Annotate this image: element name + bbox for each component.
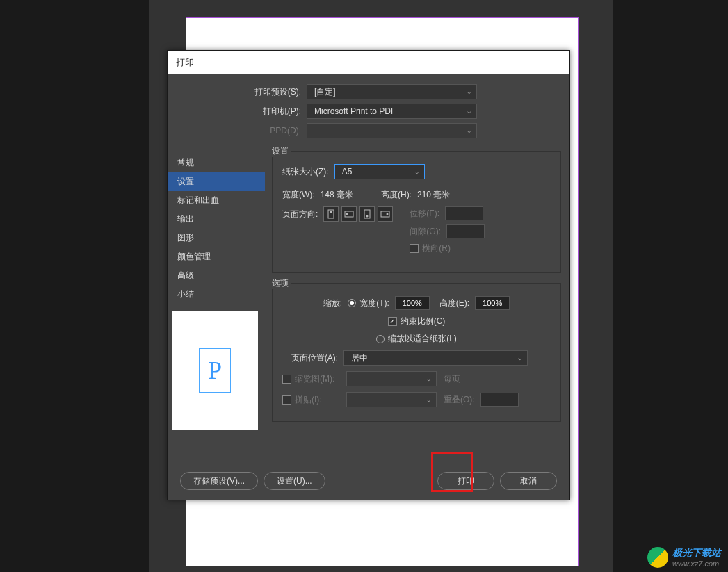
constrain-checkbox[interactable] [388,317,397,326]
watermark-name: 极光下载站 [672,547,721,559]
print-preview: P [172,311,258,430]
print-button[interactable]: 打印 [437,472,494,490]
orientation-portrait-reverse-button[interactable] [359,206,375,222]
preview-page: P [199,348,231,393]
svg-point-5 [366,215,369,218]
gap-input [446,224,485,238]
sidebar-item-general[interactable]: 常规 [168,154,265,172]
printer-value: Microsoft Print to PDF [314,106,396,116]
printer-label: 打印机(P): [181,106,307,117]
settings-group-title: 设置 [272,145,291,157]
scale-label: 缩放: [323,297,342,309]
canvas-margin-left [0,0,149,572]
settings-panels: 设置 纸张大小(Z): A5 ⌵ 宽度(W): 148 毫米 高度(H): 21… [265,151,561,462]
orientation-portrait-button[interactable] [323,206,339,222]
dialog-footer: 存储预设(V)... 设置(U)... 打印 取消 [168,462,569,500]
options-group: 选项 缩放: 宽度(T): 100% 高度(E): 100% 约束比例(C) [272,283,561,422]
chevron-down-icon: ⌵ [467,88,471,95]
chevron-down-icon: ⌵ [427,396,430,403]
ppd-select: ⌵ [307,123,477,138]
sidebar-item-advanced[interactable]: 高级 [168,266,265,285]
chevron-down-icon: ⌵ [427,375,430,382]
watermark: 极光下载站 www.xz7.com [647,547,721,568]
overlap-input [480,393,519,407]
sidebar-item-color[interactable]: 颜色管理 [168,247,265,266]
height-pct-label: 高度(E): [439,297,469,309]
chevron-down-icon: ⌵ [467,127,471,134]
dialog-body: 打印预设(S): [自定] ⌵ 打印机(P): Microsoft Print … [168,74,569,500]
fit-label: 缩放以适合纸张(L) [388,333,457,345]
page-pos-value: 居中 [351,352,368,364]
options-group-title: 选项 [272,277,291,289]
height-value: 210 毫米 [417,189,450,201]
ppd-label: PPD(D): [181,126,307,136]
setup-button[interactable]: 设置(U)... [264,472,325,490]
preview-letter: P [208,356,222,385]
constrain-label: 约束比例(C) [401,316,446,327]
width-value: 148 毫米 [321,189,353,201]
tile-label: 拼贴(I): [295,394,341,406]
height-label: 高度(H): [381,189,412,201]
preset-select[interactable]: [自定] ⌵ [307,84,477,99]
chevron-down-icon: ⌵ [518,354,521,361]
orientation-landscape-left-button[interactable] [341,206,357,222]
save-preset-button[interactable]: 存储预设(V)... [180,472,258,490]
orientation-landscape-right-button[interactable] [378,206,393,222]
print-dialog: 打印 打印预设(S): [自定] ⌵ 打印机(P): Microsoft Pri… [167,50,570,500]
settings-group: 设置 纸张大小(Z): A5 ⌵ 宽度(W): 148 毫米 高度(H): 21… [272,151,561,273]
dialog-title-bar: 打印 [168,51,569,74]
sidebar-item-marks[interactable]: 标记和出血 [168,191,265,210]
canvas-margin-right [613,0,728,572]
preset-value: [自定] [314,86,336,98]
sidebar-item-graphics[interactable]: 图形 [168,229,265,247]
dialog-title: 打印 [176,56,194,69]
watermark-logo-icon [647,547,668,568]
sidebar-item-output[interactable]: 输出 [168,210,265,229]
page-pos-label: 页面位置(A): [282,352,338,364]
width-pct-label: 宽度(T): [359,297,389,309]
overlap-label: 重叠(O): [444,394,475,406]
printer-select[interactable]: Microsoft Print to PDF ⌵ [307,104,477,119]
gap-label: 间隙(G): [410,226,441,238]
landscape-label: 横向(R) [422,243,451,254]
height-pct-input[interactable]: 100% [475,296,510,310]
width-label: 宽度(W): [282,189,315,201]
offset-label: 位移(F): [410,208,439,220]
preset-label: 打印预设(S): [181,86,307,98]
scale-fit-radio[interactable] [376,335,385,343]
sidebar-item-summary[interactable]: 小结 [168,285,265,304]
sidebar-item-setup[interactable]: 设置 [168,172,265,191]
width-pct-input[interactable]: 100% [395,296,430,310]
category-sidebar: 常规 设置 标记和出血 输出 图形 颜色管理 高级 小结 P [168,151,265,462]
watermark-url: www.xz7.com [672,559,721,568]
svg-point-1 [330,211,332,213]
cancel-button[interactable]: 取消 [500,472,557,490]
paper-size-value: A5 [342,167,353,177]
tile-checkbox[interactable] [282,395,291,405]
paper-size-select[interactable]: A5 ⌵ [334,164,425,179]
thumbnail-label: 缩览图(M): [295,373,341,385]
thumbnail-checkbox[interactable] [282,375,291,384]
chevron-down-icon: ⌵ [467,108,471,115]
paper-size-label: 纸张大小(Z): [282,166,329,178]
svg-point-3 [346,213,348,215]
every-page-label: 每页 [444,373,460,385]
page-pos-select[interactable]: 居中 ⌵ [343,350,528,366]
offset-input [445,206,483,220]
top-dropdowns: 打印预设(S): [自定] ⌵ 打印机(P): Microsoft Print … [168,74,569,147]
thumbnail-select: ⌵ [346,371,437,386]
chevron-down-icon: ⌵ [415,168,419,175]
svg-point-7 [387,213,389,215]
landscape-checkbox [410,244,419,253]
tile-select: ⌵ [346,392,437,407]
scale-custom-radio[interactable] [348,299,356,307]
orientation-label: 页面方向: [282,209,318,220]
